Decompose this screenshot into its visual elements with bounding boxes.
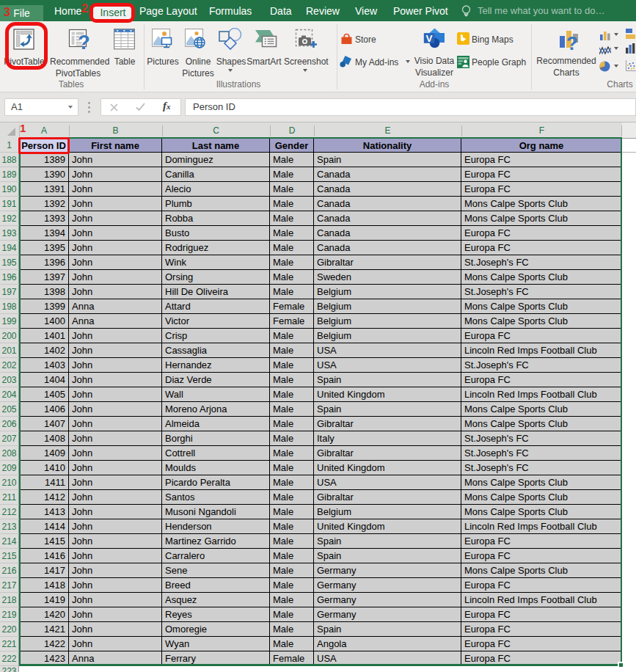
svg-text:?: ?: [78, 32, 90, 52]
svg-text:V: V: [425, 33, 432, 44]
svg-text:?: ?: [566, 32, 578, 51]
